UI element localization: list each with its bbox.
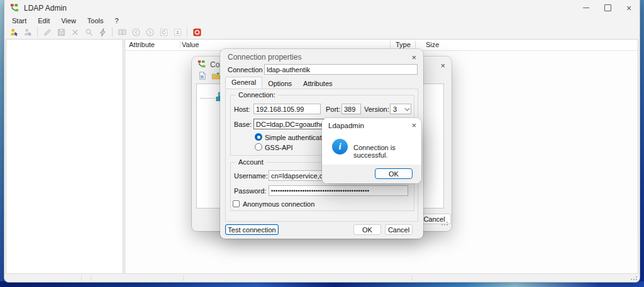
username-label: Username: (234, 172, 268, 180)
column-divider[interactable] (435, 41, 435, 48)
window-controls: × (575, 0, 640, 16)
password-label: Password: (234, 187, 266, 195)
simple-auth-radio[interactable] (255, 133, 262, 141)
forward-icon[interactable] (143, 27, 156, 38)
connect-icon[interactable] (8, 27, 20, 38)
column-divider[interactable] (415, 41, 416, 48)
status-divider (91, 275, 91, 281)
gss-api-label: GSS-API (265, 144, 293, 151)
menu-bar: Start Edit View Tools ? (4, 16, 640, 26)
menu-tools[interactable]: Tools (86, 17, 105, 24)
column-header-value[interactable]: Value (182, 41, 199, 48)
edit-entry-icon[interactable] (41, 27, 53, 38)
column-header-type[interactable]: Type (396, 41, 411, 48)
password-input[interactable] (269, 185, 408, 196)
search-icon[interactable] (82, 27, 95, 38)
menu-start[interactable]: Start (11, 17, 28, 24)
refresh-icon[interactable] (157, 27, 170, 38)
anonymous-label: Anonymous connection (243, 200, 314, 208)
save-icon[interactable] (55, 27, 67, 38)
message-box-text: Connection is successful. (353, 144, 421, 159)
main-toolbar (4, 26, 640, 39)
message-box-close-icon[interactable]: × (411, 121, 416, 129)
properties-close-icon[interactable]: × (411, 53, 416, 62)
desktop-background: LDAP Admin × Start Edit View Tools ? (0, 0, 644, 287)
connection-name-input[interactable] (264, 64, 418, 75)
ldapadmin-message-box: Ldapadmin × i Connection is successful. … (322, 118, 421, 183)
properties-dialog-title: Connection properties (228, 53, 301, 62)
connections-toolbar (197, 71, 221, 83)
exit-icon[interactable] (191, 27, 203, 38)
window-titlebar: LDAP Admin × (4, 0, 640, 16)
base-label: Base: (234, 121, 252, 128)
tree-branch-line (201, 98, 214, 99)
menu-view[interactable]: View (60, 17, 77, 24)
column-header-size[interactable]: Size (426, 41, 439, 48)
host-label: Host: (234, 106, 250, 113)
tab-attributes[interactable]: Attributes (297, 79, 338, 89)
connections-dialog-icon (197, 60, 206, 71)
connections-close-icon[interactable]: × (440, 62, 445, 70)
info-icon: i (332, 139, 348, 154)
host-input[interactable] (253, 104, 321, 114)
toolbar-separator (187, 28, 187, 37)
status-bar (4, 273, 640, 282)
close-button[interactable]: × (618, 0, 640, 16)
status-divider (183, 275, 184, 281)
disconnect-icon[interactable] (21, 27, 34, 38)
tab-options[interactable]: Options (262, 79, 297, 89)
version-value: 3 (393, 106, 397, 113)
maximize-icon (604, 4, 611, 11)
open-folder-icon[interactable] (211, 71, 221, 83)
report-icon[interactable] (171, 27, 184, 38)
menu-edit[interactable]: Edit (36, 17, 51, 24)
properties-tabs: General Options Attributes (225, 78, 338, 89)
address-book-icon[interactable] (116, 27, 128, 38)
quick-search-icon[interactable] (96, 27, 109, 38)
anonymous-checkbox[interactable] (233, 200, 240, 207)
column-divider[interactable] (390, 41, 391, 48)
window-resize-grip[interactable] (632, 275, 637, 280)
message-box-footer: OK (322, 165, 421, 183)
dialog-resize-grip[interactable] (443, 220, 448, 225)
chevron-down-icon (404, 106, 409, 111)
menu-help[interactable]: ? (114, 17, 120, 24)
column-divider[interactable] (180, 41, 180, 48)
status-divider (412, 275, 413, 281)
directory-tree-panel[interactable] (6, 39, 123, 274)
maximize-button[interactable] (597, 0, 618, 16)
connection-group-label: Connection: (236, 91, 278, 99)
simple-auth-label: Simple authentication (265, 134, 331, 141)
properties-cancel-button[interactable]: Cancel (385, 224, 413, 235)
back-icon[interactable] (130, 27, 142, 38)
port-label: Port: (326, 106, 340, 113)
column-header-attribute[interactable]: Attribute (129, 41, 155, 48)
toolbar-separator (112, 28, 113, 37)
delete-icon[interactable] (69, 27, 81, 38)
toolbar-separator (37, 28, 38, 37)
tab-general[interactable]: General (225, 77, 262, 89)
version-label: Version: (364, 106, 389, 113)
message-box-title: Ldapadmin (328, 122, 364, 129)
new-connection-icon[interactable] (197, 71, 207, 83)
minimize-icon (583, 8, 589, 8)
message-box-ok-button[interactable]: OK (375, 168, 413, 179)
window-title: LDAP Admin (24, 4, 67, 13)
gss-api-radio[interactable] (255, 143, 262, 151)
port-input[interactable] (341, 104, 361, 114)
test-connection-button[interactable]: Test connection (225, 224, 279, 235)
version-select[interactable]: 3 (390, 104, 411, 114)
minimize-button[interactable] (575, 0, 597, 16)
app-icon (10, 3, 19, 13)
status-divider (81, 275, 82, 281)
account-group-label: Account (236, 158, 266, 166)
properties-ok-button[interactable]: OK (353, 224, 381, 235)
